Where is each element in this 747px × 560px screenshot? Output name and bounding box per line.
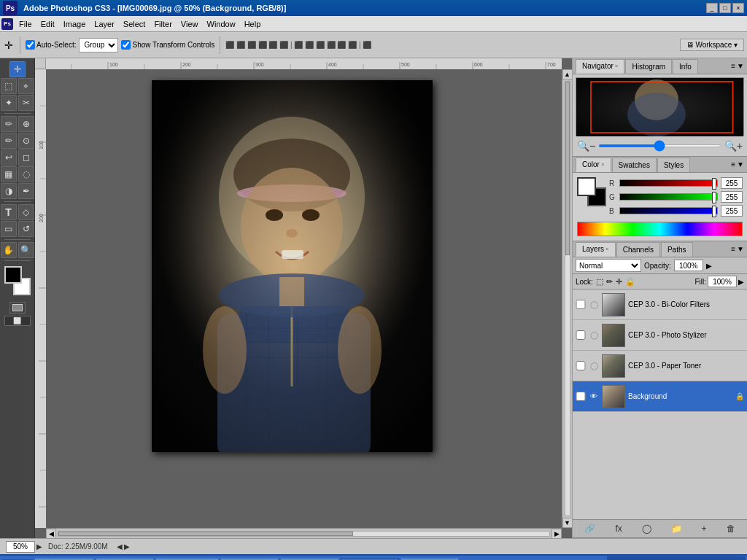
layer-select-checkbox[interactable] <box>576 361 586 370</box>
tab-layers[interactable]: Layers × <box>576 242 616 257</box>
h-scroll-track[interactable] <box>58 531 550 537</box>
menu-help[interactable]: Help <box>240 18 266 30</box>
heal-tool[interactable]: ⊕ <box>18 116 34 132</box>
history-brush-tool[interactable]: ↩ <box>1 149 17 166</box>
shape-tool[interactable]: ▭ <box>1 221 17 237</box>
standard-mode-btn[interactable] <box>9 302 26 314</box>
tab-color[interactable]: Color × <box>576 158 611 172</box>
hand-tool[interactable]: ✋ <box>1 242 17 258</box>
fill-arrow[interactable]: ▶ <box>738 278 744 286</box>
layer-visibility-toggle[interactable]: 👁 <box>589 392 599 402</box>
menu-layer[interactable]: Layer <box>90 18 119 30</box>
crop-tool[interactable]: ✂ <box>18 95 34 111</box>
gradient-tool[interactable]: ▦ <box>1 166 17 182</box>
blue-slider-thumb[interactable] <box>712 206 716 217</box>
red-value-input[interactable] <box>721 177 743 189</box>
red-slider-thumb[interactable] <box>712 178 716 190</box>
h-scroll-thumb[interactable] <box>58 532 353 536</box>
menu-select[interactable]: Select <box>119 18 150 30</box>
zoom-input[interactable] <box>6 541 35 553</box>
tab-channels[interactable]: Channels <box>616 242 660 257</box>
h-scroll-right-btn[interactable]: ▶ <box>551 529 562 539</box>
h-scroll-left-btn[interactable]: ◀ <box>46 529 56 539</box>
layer-mask-btn[interactable]: ◯ <box>639 522 654 535</box>
layer-visibility-toggle[interactable]: ◯ <box>589 300 599 310</box>
screen-mode-btn[interactable]: ⬜ <box>4 316 31 326</box>
delete-layer-btn[interactable]: 🗑 <box>724 522 738 535</box>
lasso-tool[interactable]: ⌖ <box>18 78 34 94</box>
brush-tool[interactable]: ✏ <box>1 133 17 149</box>
foreground-color-swatch[interactable] <box>4 266 22 284</box>
navigator-panel-menu[interactable]: ≡ <box>731 62 735 70</box>
menu-view[interactable]: View <box>177 18 203 30</box>
tab-paths[interactable]: Paths <box>661 242 693 257</box>
move-tool[interactable]: ✛ <box>9 61 26 77</box>
v-scroll-thumb[interactable] <box>565 82 570 255</box>
close-color-btn[interactable]: × <box>601 161 605 168</box>
layer-select-checkbox[interactable] <box>576 392 586 401</box>
color-panel-menu[interactable]: ≡ <box>731 160 735 168</box>
stamp-tool[interactable]: ⊙ <box>18 133 34 149</box>
tab-styles[interactable]: Styles <box>657 158 690 172</box>
close-layers-btn[interactable]: × <box>605 246 609 252</box>
v-scroll-down-btn[interactable]: ▼ <box>562 518 573 528</box>
link-layers-btn[interactable]: 🔗 <box>581 522 598 535</box>
new-layer-btn[interactable]: + <box>699 522 710 535</box>
nav-zoom-in-btn[interactable]: 🔍+ <box>724 140 743 152</box>
zoom-arrows[interactable]: ▶ <box>36 542 42 551</box>
canvas-viewport[interactable] <box>46 69 562 528</box>
canvas-area[interactable]: 0 100 200 300 400 500 600 <box>35 58 572 538</box>
lock-position-btn[interactable]: ✛ <box>616 277 622 287</box>
color-panel-collapse[interactable]: ▼ <box>737 160 744 168</box>
green-slider-thumb[interactable] <box>712 192 716 203</box>
new-group-btn[interactable]: 📁 <box>668 522 685 535</box>
layer-row-background[interactable]: 👁 Background 🔒 <box>573 381 747 412</box>
magic-wand-tool[interactable]: ✦ <box>1 95 17 111</box>
marquee-tool[interactable]: ⬚ <box>1 78 17 94</box>
status-arrows-nav[interactable]: ◀ ▶ <box>117 542 131 551</box>
menu-filter[interactable]: Filter <box>150 18 176 30</box>
window-controls[interactable]: _ □ × <box>706 3 744 13</box>
minimize-btn[interactable]: _ <box>706 3 718 13</box>
v-scroll-track[interactable] <box>565 81 570 516</box>
menu-file[interactable]: File <box>15 18 36 30</box>
close-navigator-btn[interactable]: × <box>615 63 619 69</box>
nav-zoom-out-btn[interactable]: 🔍− <box>577 140 595 152</box>
layer-visibility-toggle[interactable]: ◯ <box>589 361 599 371</box>
layer-select-checkbox[interactable] <box>576 330 586 340</box>
auto-select-checkbox[interactable] <box>26 40 35 50</box>
green-value-input[interactable] <box>721 191 743 203</box>
lock-transparent-btn[interactable]: ⬚ <box>596 277 603 287</box>
maximize-btn[interactable]: □ <box>719 3 731 13</box>
red-slider-track[interactable] <box>619 179 718 187</box>
type-tool[interactable]: T <box>1 204 17 220</box>
dodge-tool[interactable]: ◑ <box>1 183 17 199</box>
lock-all-btn[interactable]: 🔒 <box>625 277 635 287</box>
blue-value-input[interactable] <box>721 205 743 217</box>
green-slider-track[interactable] <box>619 193 718 201</box>
tab-navigator[interactable]: Navigator × <box>576 59 624 74</box>
menu-image[interactable]: Image <box>59 18 90 30</box>
blur-tool[interactable]: ◌ <box>18 166 34 182</box>
tab-swatches[interactable]: Swatches <box>612 158 657 172</box>
pen-tool[interactable]: ✒ <box>18 183 34 199</box>
opacity-input[interactable] <box>674 260 703 271</box>
lock-pixels-btn[interactable]: ✏ <box>606 277 613 287</box>
zoom-tool[interactable]: 🔍 <box>18 242 34 258</box>
h-scrollbar[interactable]: ◀ ▶ <box>46 528 562 538</box>
auto-select-dropdown[interactable]: Group Layer <box>79 38 118 52</box>
path-select-tool[interactable]: ◇ <box>18 204 34 220</box>
layer-row-bicolor[interactable]: ◯ CEP 3.0 - Bi-Color Filters <box>573 289 747 320</box>
v-scroll-up-btn[interactable]: ▲ <box>562 69 573 79</box>
close-btn[interactable]: × <box>732 3 744 13</box>
show-transform-checkbox[interactable] <box>121 40 131 50</box>
layers-panel-collapse[interactable]: ▼ <box>737 245 744 253</box>
move-tool-icon[interactable]: ✛ <box>3 38 15 52</box>
opacity-arrow[interactable]: ▶ <box>706 262 712 270</box>
fill-input[interactable] <box>708 276 737 287</box>
layer-select-checkbox[interactable] <box>576 300 586 309</box>
tab-histogram[interactable]: Histogram <box>625 59 672 74</box>
layer-visibility-toggle[interactable]: ◯ <box>589 330 599 341</box>
menu-edit[interactable]: Edit <box>36 18 59 30</box>
eyedropper-tool[interactable]: ✏ <box>1 116 17 132</box>
